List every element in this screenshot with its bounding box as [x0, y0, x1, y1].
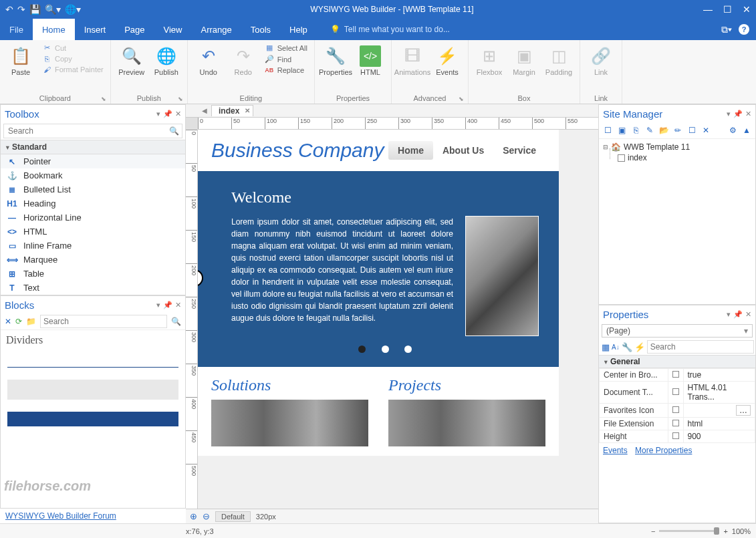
toolbox-item[interactable]: H1Heading — [1, 196, 185, 211]
tree-child[interactable]: index — [618, 152, 751, 163]
cut-button[interactable]: ✂Cut — [40, 43, 105, 53]
format-painter-button[interactable]: 🖌Format Painter — [40, 65, 105, 74]
properties-grid[interactable]: Center in Bro...trueDocument T...HTML 4.… — [599, 368, 755, 443]
html-button[interactable]: </>HTML — [355, 43, 386, 76]
toolbox-item[interactable]: ⚓Bookmark — [1, 168, 185, 182]
site-tree[interactable]: ⊟ 🏠 WWB Template 11 index — [599, 139, 755, 166]
flexbox-button[interactable]: ⊞Flexbox — [474, 43, 505, 76]
breakpoint-default[interactable]: Default — [215, 511, 251, 522]
pin-icon[interactable]: 📌 — [163, 301, 172, 309]
wrench-icon[interactable]: 🔧 — [622, 342, 632, 352]
solutions-heading[interactable]: Solutions — [211, 376, 368, 394]
zoom-in-button[interactable]: + — [723, 527, 727, 535]
dot-2[interactable] — [382, 346, 389, 353]
close-tab-icon[interactable]: ✕ — [245, 107, 250, 114]
pin-icon[interactable]: 📌 — [733, 110, 743, 118]
edit-icon[interactable]: ✎ — [644, 124, 656, 136]
up-icon[interactable]: ▲ — [741, 124, 753, 136]
dropdown-icon[interactable]: ▾ — [727, 310, 731, 319]
projects-image[interactable] — [388, 400, 545, 446]
sync-icon[interactable]: ⟳ — [15, 317, 22, 326]
property-row[interactable]: Height900 — [600, 430, 755, 443]
close-button[interactable]: ✕ — [743, 4, 751, 15]
divider-thumb[interactable] — [7, 354, 178, 368]
properties-selector[interactable]: (Page)▾ — [602, 324, 753, 338]
blocks-preview[interactable] — [1, 350, 185, 430]
redo-icon[interactable]: ↷ — [17, 4, 25, 15]
toolbox-item[interactable]: ↖Pointer — [1, 154, 185, 168]
more-properties-link[interactable]: More Properties — [635, 446, 692, 455]
menu-file[interactable]: File — [0, 19, 33, 40]
properties-button[interactable]: 🔧Properties — [320, 43, 351, 76]
browse-button[interactable]: … — [736, 405, 751, 416]
margin-button[interactable]: ▣Margin — [509, 43, 539, 76]
toolbox-item[interactable]: ▭Inline Frame — [1, 239, 185, 253]
gear-icon[interactable]: ⚙ — [727, 124, 739, 136]
search-icon[interactable]: 🔍 — [166, 124, 182, 138]
menu-home[interactable]: Home — [33, 19, 75, 40]
preview-qa-icon[interactable]: 🔍▾ — [45, 4, 61, 15]
divider-thumb[interactable] — [7, 380, 178, 400]
maximize-button[interactable]: ☐ — [723, 4, 732, 15]
workspace-icon[interactable]: ⧉▾ — [721, 24, 732, 35]
solutions-image[interactable] — [211, 400, 368, 446]
property-row[interactable]: Favorites Icon … — [600, 404, 755, 418]
categorize-icon[interactable]: ▦ — [602, 342, 610, 352]
toolbox-item[interactable]: ≣Bulleted List — [1, 182, 185, 196]
events-link[interactable]: Events — [603, 446, 628, 455]
find-button[interactable]: 🔎Find — [263, 54, 309, 64]
animations-button[interactable]: 🎞Animations — [397, 43, 428, 76]
checkbox[interactable] — [618, 154, 625, 162]
sort-az-icon[interactable]: A↓ — [612, 344, 620, 351]
folder-icon[interactable]: 📁 — [26, 317, 36, 326]
toolbox-item[interactable]: <>HTML — [1, 225, 185, 239]
copy-button[interactable]: ⎘Copy — [40, 54, 105, 63]
zoom-out-button[interactable]: − — [651, 527, 655, 535]
document-tab[interactable]: index✕ — [211, 105, 253, 116]
events-button[interactable]: ⚡Events — [432, 43, 463, 76]
preview-button[interactable]: 🔍Preview — [116, 43, 147, 76]
breakpoint-320[interactable]: 320px — [256, 513, 276, 521]
responsive-remove-icon[interactable]: ⊖ — [203, 511, 210, 521]
tree-root[interactable]: ⊟ 🏠 WWB Template 11 — [603, 142, 751, 152]
help-icon[interactable]: ? — [739, 24, 749, 35]
menu-tools[interactable]: Tools — [241, 19, 280, 40]
dot-3[interactable] — [404, 346, 412, 353]
toolbox-item[interactable]: —Horizontal Line — [1, 211, 185, 225]
paste-button[interactable]: 📋 Paste — [5, 43, 36, 76]
responsive-add-icon[interactable]: ⊕ — [190, 511, 197, 521]
forum-link[interactable]: WYSIWYG Web Builder Forum — [0, 509, 186, 523]
toolbox-item[interactable]: ⊞Table — [1, 267, 185, 281]
clone-icon[interactable]: ⎘ — [630, 124, 642, 136]
properties-search-input[interactable] — [647, 340, 754, 354]
blocks-search-input[interactable] — [40, 315, 167, 328]
open-icon[interactable]: 📂 — [658, 124, 670, 136]
dot-1[interactable] — [358, 346, 366, 353]
carousel-dots[interactable] — [231, 346, 539, 355]
menu-insert[interactable]: Insert — [75, 19, 116, 40]
new-folder-icon[interactable]: ▣ — [616, 124, 628, 136]
dropdown-icon[interactable]: ▾ — [727, 110, 731, 118]
save-icon[interactable]: 💾 — [29, 4, 41, 15]
tell-me-search[interactable]: 💡 Tell me what you want to do... — [330, 25, 450, 34]
search-icon[interactable]: 🔍 — [171, 317, 181, 326]
design-surface[interactable]: Business Company Home About Us Service ❮… — [198, 130, 598, 509]
close-icon[interactable]: ✕ — [745, 310, 751, 319]
property-row[interactable]: File Extensionhtml — [600, 418, 755, 430]
link-button[interactable]: 🔗Link — [586, 43, 616, 76]
minimize-button[interactable]: — — [703, 4, 713, 15]
menu-help[interactable]: Help — [280, 19, 317, 40]
pin-icon[interactable]: 📌 — [733, 310, 743, 319]
undo-button[interactable]: ↶Undo — [193, 43, 224, 76]
publish-button[interactable]: 🌐Publish — [151, 43, 182, 76]
props-icon[interactable]: ✏ — [672, 124, 684, 136]
hero-image[interactable] — [465, 216, 539, 336]
replace-button[interactable]: ABReplace — [263, 65, 309, 75]
property-row[interactable]: Center in Bro...true — [600, 369, 755, 382]
hero-heading[interactable]: Welcome — [231, 188, 539, 207]
tab-scroll-left[interactable]: ◀ — [202, 107, 207, 114]
select-all-button[interactable]: ▦Select All — [263, 43, 309, 53]
close-icon[interactable]: ✕ — [175, 301, 181, 309]
menu-page[interactable]: Page — [115, 19, 154, 40]
close-icon[interactable]: ✕ — [745, 110, 751, 118]
